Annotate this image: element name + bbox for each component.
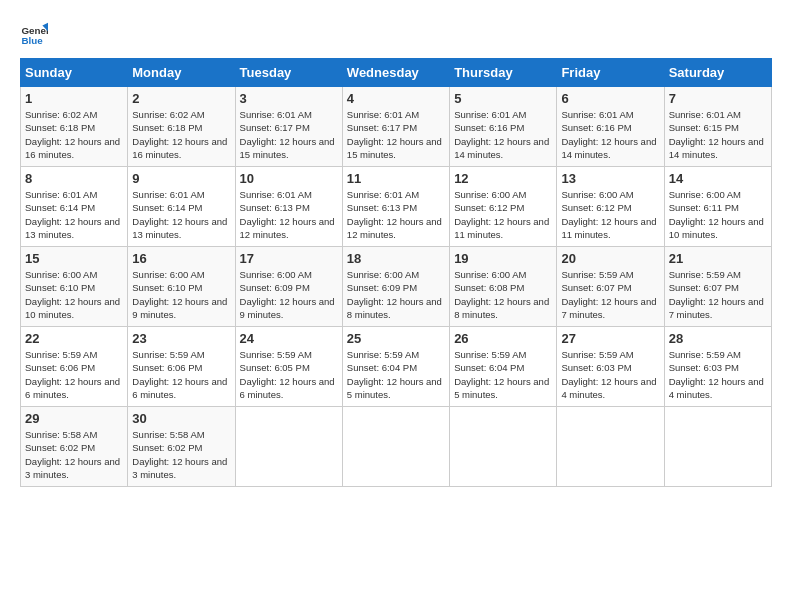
calendar-day-11: 11Sunrise: 6:01 AMSunset: 6:13 PMDayligh… <box>342 167 449 247</box>
day-number: 7 <box>669 91 767 106</box>
calendar-day-12: 12Sunrise: 6:00 AMSunset: 6:12 PMDayligh… <box>450 167 557 247</box>
day-info: Sunrise: 5:59 AMSunset: 6:06 PMDaylight:… <box>132 348 230 401</box>
day-of-week-saturday: Saturday <box>664 59 771 87</box>
day-number: 13 <box>561 171 659 186</box>
day-info: Sunrise: 6:01 AMSunset: 6:17 PMDaylight:… <box>347 108 445 161</box>
calendar-day-2: 2Sunrise: 6:02 AMSunset: 6:18 PMDaylight… <box>128 87 235 167</box>
calendar-day-4: 4Sunrise: 6:01 AMSunset: 6:17 PMDaylight… <box>342 87 449 167</box>
day-number: 27 <box>561 331 659 346</box>
logo-icon: General Blue <box>20 20 48 48</box>
day-number: 10 <box>240 171 338 186</box>
day-info: Sunrise: 6:01 AMSunset: 6:14 PMDaylight:… <box>25 188 123 241</box>
page-header: General Blue <box>20 20 772 48</box>
day-info: Sunrise: 6:00 AMSunset: 6:08 PMDaylight:… <box>454 268 552 321</box>
day-number: 26 <box>454 331 552 346</box>
calendar-week-5: 29Sunrise: 5:58 AMSunset: 6:02 PMDayligh… <box>21 407 772 487</box>
day-number: 18 <box>347 251 445 266</box>
day-info: Sunrise: 6:02 AMSunset: 6:18 PMDaylight:… <box>132 108 230 161</box>
calendar-day-13: 13Sunrise: 6:00 AMSunset: 6:12 PMDayligh… <box>557 167 664 247</box>
day-info: Sunrise: 6:00 AMSunset: 6:12 PMDaylight:… <box>561 188 659 241</box>
calendar-day-26: 26Sunrise: 5:59 AMSunset: 6:04 PMDayligh… <box>450 327 557 407</box>
day-info: Sunrise: 6:01 AMSunset: 6:15 PMDaylight:… <box>669 108 767 161</box>
day-of-week-tuesday: Tuesday <box>235 59 342 87</box>
calendar-week-3: 15Sunrise: 6:00 AMSunset: 6:10 PMDayligh… <box>21 247 772 327</box>
day-info: Sunrise: 6:00 AMSunset: 6:09 PMDaylight:… <box>240 268 338 321</box>
empty-cell <box>664 407 771 487</box>
calendar-day-23: 23Sunrise: 5:59 AMSunset: 6:06 PMDayligh… <box>128 327 235 407</box>
day-info: Sunrise: 6:01 AMSunset: 6:14 PMDaylight:… <box>132 188 230 241</box>
day-info: Sunrise: 6:00 AMSunset: 6:09 PMDaylight:… <box>347 268 445 321</box>
day-info: Sunrise: 6:00 AMSunset: 6:10 PMDaylight:… <box>132 268 230 321</box>
calendar-day-20: 20Sunrise: 5:59 AMSunset: 6:07 PMDayligh… <box>557 247 664 327</box>
day-info: Sunrise: 5:59 AMSunset: 6:03 PMDaylight:… <box>669 348 767 401</box>
calendar-day-10: 10Sunrise: 6:01 AMSunset: 6:13 PMDayligh… <box>235 167 342 247</box>
day-number: 16 <box>132 251 230 266</box>
day-info: Sunrise: 5:59 AMSunset: 6:04 PMDaylight:… <box>454 348 552 401</box>
calendar-day-7: 7Sunrise: 6:01 AMSunset: 6:15 PMDaylight… <box>664 87 771 167</box>
day-number: 12 <box>454 171 552 186</box>
empty-cell <box>342 407 449 487</box>
calendar-day-5: 5Sunrise: 6:01 AMSunset: 6:16 PMDaylight… <box>450 87 557 167</box>
day-of-week-monday: Monday <box>128 59 235 87</box>
day-number: 2 <box>132 91 230 106</box>
day-number: 3 <box>240 91 338 106</box>
day-info: Sunrise: 5:58 AMSunset: 6:02 PMDaylight:… <box>132 428 230 481</box>
calendar-day-27: 27Sunrise: 5:59 AMSunset: 6:03 PMDayligh… <box>557 327 664 407</box>
day-of-week-wednesday: Wednesday <box>342 59 449 87</box>
day-of-week-sunday: Sunday <box>21 59 128 87</box>
day-number: 29 <box>25 411 123 426</box>
calendar-day-30: 30Sunrise: 5:58 AMSunset: 6:02 PMDayligh… <box>128 407 235 487</box>
day-number: 28 <box>669 331 767 346</box>
day-number: 17 <box>240 251 338 266</box>
calendar-day-16: 16Sunrise: 6:00 AMSunset: 6:10 PMDayligh… <box>128 247 235 327</box>
day-number: 19 <box>454 251 552 266</box>
day-info: Sunrise: 6:01 AMSunset: 6:13 PMDaylight:… <box>240 188 338 241</box>
day-info: Sunrise: 5:59 AMSunset: 6:04 PMDaylight:… <box>347 348 445 401</box>
empty-cell <box>235 407 342 487</box>
calendar-day-15: 15Sunrise: 6:00 AMSunset: 6:10 PMDayligh… <box>21 247 128 327</box>
day-info: Sunrise: 6:01 AMSunset: 6:16 PMDaylight:… <box>454 108 552 161</box>
day-number: 23 <box>132 331 230 346</box>
calendar-day-3: 3Sunrise: 6:01 AMSunset: 6:17 PMDaylight… <box>235 87 342 167</box>
day-number: 21 <box>669 251 767 266</box>
day-info: Sunrise: 5:59 AMSunset: 6:03 PMDaylight:… <box>561 348 659 401</box>
empty-cell <box>557 407 664 487</box>
day-info: Sunrise: 6:00 AMSunset: 6:10 PMDaylight:… <box>25 268 123 321</box>
calendar-day-22: 22Sunrise: 5:59 AMSunset: 6:06 PMDayligh… <box>21 327 128 407</box>
calendar-week-1: 1Sunrise: 6:02 AMSunset: 6:18 PMDaylight… <box>21 87 772 167</box>
calendar-table: SundayMondayTuesdayWednesdayThursdayFrid… <box>20 58 772 487</box>
day-info: Sunrise: 5:59 AMSunset: 6:07 PMDaylight:… <box>669 268 767 321</box>
day-number: 22 <box>25 331 123 346</box>
calendar-day-29: 29Sunrise: 5:58 AMSunset: 6:02 PMDayligh… <box>21 407 128 487</box>
day-number: 15 <box>25 251 123 266</box>
day-number: 24 <box>240 331 338 346</box>
day-number: 1 <box>25 91 123 106</box>
day-info: Sunrise: 5:59 AMSunset: 6:05 PMDaylight:… <box>240 348 338 401</box>
day-number: 8 <box>25 171 123 186</box>
calendar-day-9: 9Sunrise: 6:01 AMSunset: 6:14 PMDaylight… <box>128 167 235 247</box>
day-info: Sunrise: 6:01 AMSunset: 6:13 PMDaylight:… <box>347 188 445 241</box>
svg-text:Blue: Blue <box>21 35 43 46</box>
logo: General Blue <box>20 20 52 48</box>
calendar-day-21: 21Sunrise: 5:59 AMSunset: 6:07 PMDayligh… <box>664 247 771 327</box>
day-number: 20 <box>561 251 659 266</box>
calendar-week-2: 8Sunrise: 6:01 AMSunset: 6:14 PMDaylight… <box>21 167 772 247</box>
day-info: Sunrise: 6:01 AMSunset: 6:17 PMDaylight:… <box>240 108 338 161</box>
day-info: Sunrise: 6:01 AMSunset: 6:16 PMDaylight:… <box>561 108 659 161</box>
calendar-day-6: 6Sunrise: 6:01 AMSunset: 6:16 PMDaylight… <box>557 87 664 167</box>
day-info: Sunrise: 5:59 AMSunset: 6:07 PMDaylight:… <box>561 268 659 321</box>
empty-cell <box>450 407 557 487</box>
calendar-day-19: 19Sunrise: 6:00 AMSunset: 6:08 PMDayligh… <box>450 247 557 327</box>
calendar-day-17: 17Sunrise: 6:00 AMSunset: 6:09 PMDayligh… <box>235 247 342 327</box>
day-info: Sunrise: 6:02 AMSunset: 6:18 PMDaylight:… <box>25 108 123 161</box>
calendar-day-14: 14Sunrise: 6:00 AMSunset: 6:11 PMDayligh… <box>664 167 771 247</box>
calendar-day-8: 8Sunrise: 6:01 AMSunset: 6:14 PMDaylight… <box>21 167 128 247</box>
calendar-day-18: 18Sunrise: 6:00 AMSunset: 6:09 PMDayligh… <box>342 247 449 327</box>
day-info: Sunrise: 5:58 AMSunset: 6:02 PMDaylight:… <box>25 428 123 481</box>
day-number: 5 <box>454 91 552 106</box>
day-info: Sunrise: 5:59 AMSunset: 6:06 PMDaylight:… <box>25 348 123 401</box>
calendar-day-24: 24Sunrise: 5:59 AMSunset: 6:05 PMDayligh… <box>235 327 342 407</box>
day-number: 25 <box>347 331 445 346</box>
day-of-week-friday: Friday <box>557 59 664 87</box>
calendar-day-28: 28Sunrise: 5:59 AMSunset: 6:03 PMDayligh… <box>664 327 771 407</box>
